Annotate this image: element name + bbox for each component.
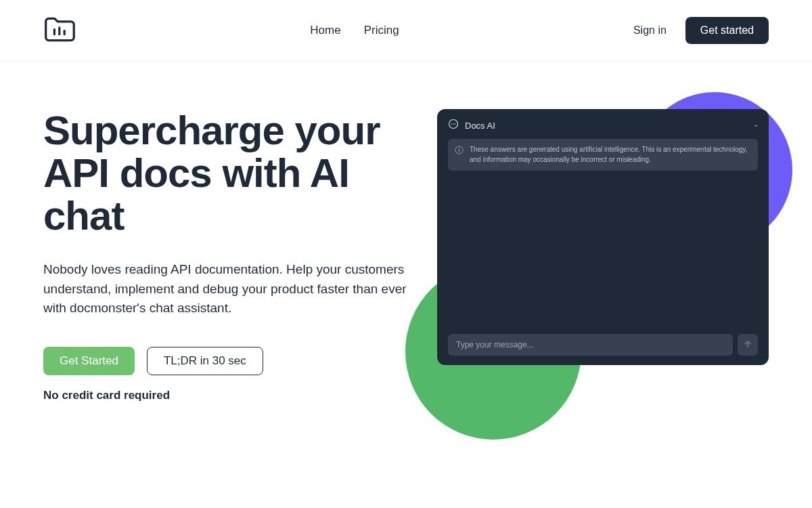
svg-point-6	[455, 123, 456, 125]
arrow-up-icon	[743, 339, 752, 351]
nav-right: Sign in Get started	[633, 17, 769, 44]
nav-home[interactable]: Home	[310, 24, 340, 37]
get-started-header-button[interactable]: Get started	[685, 17, 769, 44]
site-header: Home Pricing Sign in Get started	[0, 0, 812, 62]
chat-send-button[interactable]	[738, 334, 758, 356]
chat-body	[448, 177, 758, 334]
chat-widget: Docs AI - These answers are generated us…	[437, 109, 769, 365]
nav-pricing[interactable]: Pricing	[364, 24, 399, 37]
chat-input-row	[448, 334, 758, 356]
get-started-hero-button[interactable]: Get Started	[43, 347, 135, 375]
svg-rect-9	[459, 150, 459, 152]
chat-header: Docs AI -	[448, 119, 758, 139]
svg-point-4	[451, 123, 453, 125]
no-credit-text: No credit card required	[43, 389, 409, 402]
svg-rect-0	[53, 28, 55, 35]
signin-link[interactable]: Sign in	[633, 24, 667, 37]
hero-subtitle: Nobody loves reading API documentation. …	[43, 260, 409, 318]
svg-point-8	[459, 148, 459, 148]
chat-notice: These answers are generated using artifi…	[448, 139, 758, 171]
info-icon	[455, 145, 464, 157]
main-nav: Home Pricing	[310, 24, 399, 37]
chat-notice-text: These answers are generated using artifi…	[470, 145, 751, 165]
chat-bubble-icon	[448, 119, 459, 132]
chat-message-input[interactable]	[448, 334, 733, 356]
hero-left: Supercharge your API docs with AI chat N…	[43, 109, 409, 402]
hero-buttons: Get Started TL;DR in 30 sec	[43, 347, 409, 375]
hero-title: Supercharge your API docs with AI chat	[43, 109, 409, 237]
tldr-button[interactable]: TL;DR in 30 sec	[147, 347, 263, 375]
svg-rect-2	[64, 30, 66, 35]
chat-title: Docs AI	[465, 121, 748, 131]
svg-rect-1	[58, 26, 60, 35]
logo[interactable]	[43, 15, 76, 46]
hero-right: Docs AI - These answers are generated us…	[429, 109, 769, 402]
svg-point-5	[453, 123, 454, 125]
hero-section: Supercharge your API docs with AI chat N…	[0, 62, 812, 402]
